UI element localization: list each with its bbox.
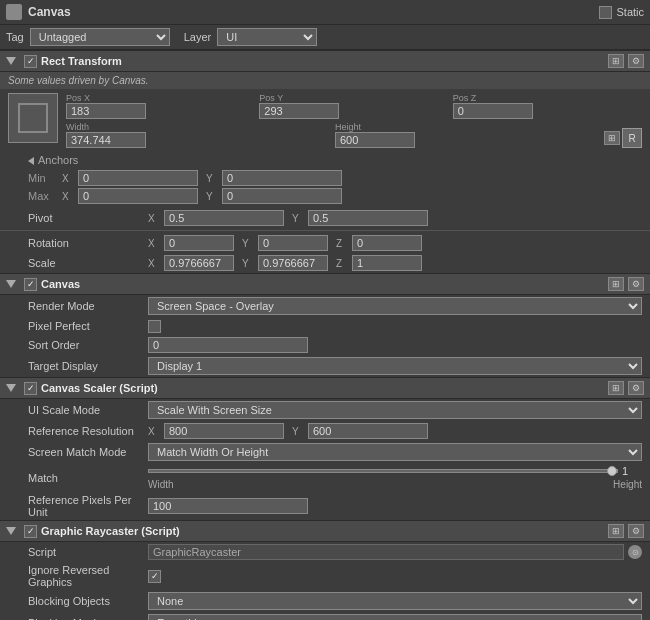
canvas-enabled[interactable]: [24, 278, 37, 291]
pivot-row: Pivot X Y: [0, 208, 650, 228]
graphic-raycaster-enabled[interactable]: [24, 525, 37, 538]
rect-transform-collapse[interactable]: [6, 57, 16, 65]
screen-match-row: Screen Match Mode Match Width Or Height: [0, 441, 650, 463]
min-label: Min: [28, 172, 58, 184]
canvas-scaler-settings-icon[interactable]: ⊞: [608, 381, 624, 395]
rect-inner: [18, 103, 48, 133]
pos-z-cell: Pos Z: [453, 93, 642, 119]
scale-x-input[interactable]: [164, 255, 234, 271]
match-value: 1 Width Height: [148, 465, 642, 490]
min-row: Min X Y: [28, 170, 642, 186]
screen-match-select[interactable]: Match Width Or Height: [148, 443, 642, 461]
pos-x-cell: Pos X: [66, 93, 255, 119]
title-text: Canvas: [28, 5, 71, 19]
ref-pixels-input[interactable]: [148, 498, 308, 514]
height-input[interactable]: [335, 132, 415, 148]
pivot-x-input[interactable]: [164, 210, 284, 226]
canvas-title: Canvas: [41, 278, 80, 290]
rect-transform-gear-icon[interactable]: ⚙: [628, 54, 644, 68]
rotation-row: Rotation X Y Z: [0, 233, 650, 253]
rect-preview: [8, 93, 58, 143]
ignore-reversed-checkbox[interactable]: [148, 570, 161, 583]
blocking-objects-row: Blocking Objects None: [0, 590, 650, 612]
script-label: Script: [28, 546, 148, 558]
tag-select[interactable]: Untagged: [30, 28, 170, 46]
rect-transform-header: Rect Transform ⊞ ⚙: [0, 50, 650, 72]
sort-order-label: Sort Order: [28, 339, 148, 351]
rect-transform-settings-icon[interactable]: ⊞: [608, 54, 624, 68]
pos-x-label: Pos X: [66, 93, 255, 103]
pos-z-label: Pos Z: [453, 93, 642, 103]
height-cell: Height: [335, 122, 600, 148]
width-input[interactable]: [66, 132, 146, 148]
graphic-raycaster-header: Graphic Raycaster (Script) ⊞ ⚙: [0, 520, 650, 542]
min-y-input[interactable]: [222, 170, 342, 186]
rect-transform-enabled[interactable]: [24, 55, 37, 68]
canvas-settings-icon[interactable]: ⊞: [608, 277, 624, 291]
rotation-z-input[interactable]: [352, 235, 422, 251]
sort-order-row: Sort Order: [0, 335, 650, 355]
target-display-select[interactable]: Display 1: [148, 357, 642, 375]
blocking-objects-select[interactable]: None: [148, 592, 642, 610]
rect-transform-right-icons: ⊞ ⚙: [608, 54, 644, 68]
max-x-input[interactable]: [78, 188, 198, 204]
script-target-icon[interactable]: ⊙: [628, 545, 642, 559]
canvas-scaler-header: Canvas Scaler (Script) ⊞ ⚙: [0, 377, 650, 399]
pixel-perfect-checkbox[interactable]: [148, 320, 161, 333]
r-btn[interactable]: ⊞: [604, 131, 620, 145]
canvas-right-icons: ⊞ ⚙: [608, 277, 644, 291]
ref-res-x-input[interactable]: [164, 423, 284, 439]
pos-x-input[interactable]: [66, 103, 146, 119]
scale-y-input[interactable]: [258, 255, 328, 271]
ref-resolution-label: Reference Resolution: [28, 425, 148, 437]
canvas-collapse[interactable]: [6, 280, 16, 288]
ref-res-y-input[interactable]: [308, 423, 428, 439]
static-checkbox[interactable]: [599, 6, 612, 19]
ui-scale-mode-value: Scale With Screen Size: [148, 401, 642, 419]
canvas-scaler-title: Canvas Scaler (Script): [41, 382, 158, 394]
pivot-value: X Y: [148, 210, 642, 226]
scale-z-input[interactable]: [352, 255, 422, 271]
render-mode-select[interactable]: Screen Space - Overlay: [148, 297, 642, 315]
ignore-reversed-value: [148, 570, 642, 583]
blocking-mask-select[interactable]: Everything: [148, 614, 642, 620]
graphic-raycaster-gear-icon[interactable]: ⚙: [628, 524, 644, 538]
match-value-number: 1: [622, 465, 642, 477]
pos-row: Pos X Pos Y Pos Z Width Height: [0, 89, 650, 152]
width-label: Width: [66, 122, 331, 132]
scale-value: X Y Z: [148, 255, 642, 271]
ui-scale-mode-select[interactable]: Scale With Screen Size: [148, 401, 642, 419]
graphic-raycaster-settings-icon[interactable]: ⊞: [608, 524, 624, 538]
layer-select[interactable]: UI: [217, 28, 317, 46]
ref-pixels-label: Reference Pixels Per Unit: [28, 494, 148, 518]
anchors-section: Anchors Min X Y Max X Y: [0, 152, 650, 208]
match-slider[interactable]: [148, 469, 618, 473]
graphic-raycaster-collapse[interactable]: [6, 527, 16, 535]
wh-row: Width Height ⊞ R: [66, 122, 642, 148]
divider1: [0, 230, 650, 231]
pos-z-input[interactable]: [453, 103, 533, 119]
pos-y-input[interactable]: [259, 103, 339, 119]
min-x-input[interactable]: [78, 170, 198, 186]
pos-y-label: Pos Y: [259, 93, 448, 103]
graphic-raycaster-title: Graphic Raycaster (Script): [41, 525, 180, 537]
canvas-scaler-gear-icon[interactable]: ⚙: [628, 381, 644, 395]
r-label-btn[interactable]: R: [622, 128, 642, 148]
blocking-objects-value: None: [148, 592, 642, 610]
pivot-y-input[interactable]: [308, 210, 428, 226]
rotation-y-input[interactable]: [258, 235, 328, 251]
anchors-collapse[interactable]: [28, 157, 34, 165]
canvas-gear-icon[interactable]: ⚙: [628, 277, 644, 291]
canvas-header: Canvas ⊞ ⚙: [0, 273, 650, 295]
tag-row: Tag Untagged Layer UI: [0, 25, 650, 50]
match-labels: Width Height: [148, 479, 642, 490]
canvas-scaler-collapse[interactable]: [6, 384, 16, 392]
static-label: Static: [616, 6, 644, 18]
script-row: Script GraphicRaycaster ⊙: [0, 542, 650, 562]
render-mode-value: Screen Space - Overlay: [148, 297, 642, 315]
sort-order-input[interactable]: [148, 337, 308, 353]
max-y-input[interactable]: [222, 188, 342, 204]
rotation-x-input[interactable]: [164, 235, 234, 251]
ref-pixels-value: [148, 498, 642, 514]
canvas-scaler-enabled[interactable]: [24, 382, 37, 395]
